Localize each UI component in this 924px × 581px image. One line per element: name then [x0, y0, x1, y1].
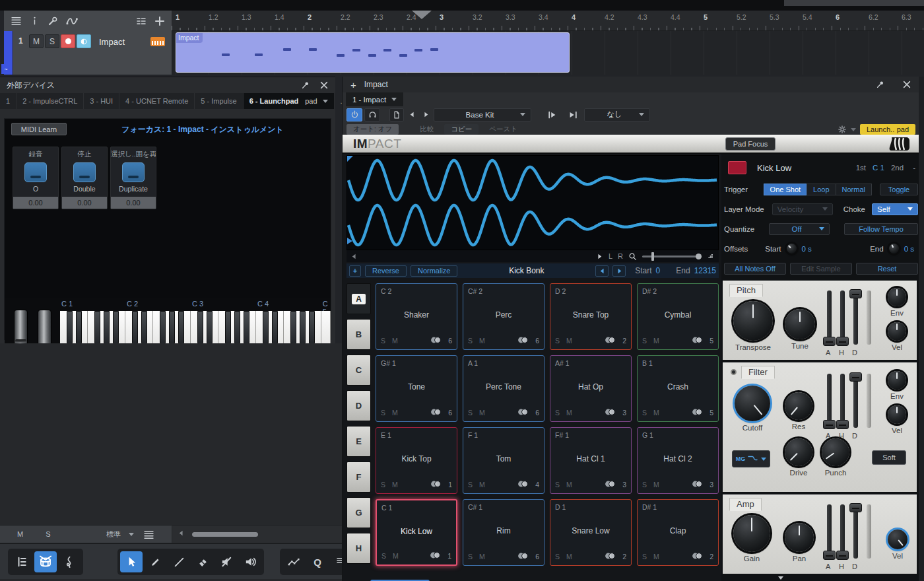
- transfer-in-button[interactable]: [543, 108, 562, 121]
- quantize-tool[interactable]: Q: [306, 551, 329, 572]
- next-sample-button[interactable]: [612, 265, 626, 277]
- zoom-slider[interactable]: [642, 256, 702, 257]
- automation-mode-chip[interactable]: オート: オフ: [346, 124, 399, 135]
- filter-env-knob[interactable]: Env: [888, 371, 906, 400]
- pad-mute[interactable]: M: [653, 337, 659, 345]
- bank-button-b[interactable]: B: [346, 319, 371, 350]
- pad-mute[interactable]: M: [392, 481, 398, 489]
- pad-tom[interactable]: F 1 Tom SM 4: [463, 427, 544, 494]
- mute-button[interactable]: M: [29, 34, 44, 48]
- black-key[interactable]: [225, 311, 231, 344]
- bank-button-g[interactable]: G: [346, 497, 371, 528]
- black-key[interactable]: [132, 311, 138, 344]
- widget-pad-button[interactable]: [24, 162, 47, 182]
- pad-solo[interactable]: S: [555, 337, 560, 345]
- pad-link-icon[interactable]: [517, 408, 529, 417]
- footer-mute[interactable]: M: [17, 530, 23, 538]
- scroll-left-icon[interactable]: [178, 530, 185, 537]
- pad-solo[interactable]: S: [642, 409, 647, 417]
- device-tab[interactable]: 4 - UCNET Remote: [119, 93, 195, 109]
- black-key[interactable]: [272, 311, 278, 344]
- pad-mute[interactable]: M: [566, 481, 572, 489]
- compare-button[interactable]: 比較: [413, 124, 440, 135]
- gear-icon[interactable]: [838, 125, 847, 134]
- waveform-display[interactable]: [346, 155, 719, 250]
- prev-preset-button[interactable]: [406, 108, 418, 121]
- black-key[interactable]: [263, 311, 269, 344]
- edit-sample-button[interactable]: Edit Sample: [790, 263, 852, 275]
- channel-right-label[interactable]: R: [618, 252, 623, 260]
- resize-grip-icon[interactable]: [707, 252, 715, 260]
- filter-enable-radio[interactable]: [731, 369, 737, 375]
- pad-solo[interactable]: S: [642, 553, 647, 561]
- pan-knob[interactable]: Pan: [785, 523, 814, 563]
- device-control-widget[interactable]: 停止 Double 0.00: [61, 147, 108, 209]
- drum-tool[interactable]: [34, 551, 57, 572]
- pad-mute[interactable]: M: [479, 337, 485, 345]
- paste-button[interactable]: ペースト: [482, 124, 524, 135]
- pad-link-icon[interactable]: [430, 408, 442, 417]
- pitch-env-knob[interactable]: Env: [888, 288, 906, 317]
- soft-clip-button[interactable]: Soft: [872, 450, 906, 465]
- controller-badge[interactable]: Launch.. pad: [860, 124, 915, 135]
- black-key[interactable]: [234, 311, 240, 344]
- record-arm-button[interactable]: [61, 34, 75, 48]
- black-key[interactable]: [244, 311, 249, 344]
- pad-link-icon[interactable]: [604, 336, 616, 345]
- pad-hat-op[interactable]: A# 1 Hat Op SM 3: [550, 355, 632, 422]
- pad-shaker[interactable]: C 2 Shaker SM 6: [376, 283, 457, 350]
- line-tool[interactable]: [168, 551, 190, 572]
- slider-d[interactable]: [853, 374, 858, 428]
- black-key[interactable]: [94, 311, 100, 344]
- pad-perc[interactable]: C# 2 Perc SM 6: [463, 283, 544, 350]
- pad-mute[interactable]: M: [479, 481, 485, 489]
- zoom-icon[interactable]: [628, 252, 637, 261]
- transform-tool[interactable]: [282, 551, 305, 572]
- resonance-knob[interactable]: Res: [785, 392, 812, 430]
- copy-button[interactable]: コピー: [444, 124, 478, 135]
- all-notes-off-button[interactable]: All Notes Off: [724, 263, 786, 275]
- device-tab-active[interactable]: 6 - Launchpadpad: [244, 93, 335, 109]
- window-scrollbar[interactable]: [919, 77, 924, 581]
- pad-solo[interactable]: S: [555, 553, 560, 561]
- reset-button[interactable]: Reset: [856, 263, 918, 275]
- black-key[interactable]: [300, 311, 306, 344]
- transfer-out-button[interactable]: [564, 108, 582, 121]
- pad-solo[interactable]: S: [468, 409, 473, 417]
- pad-kick-low[interactable]: C 1 Kick Low SM 1: [376, 499, 457, 566]
- end-value[interactable]: 12315: [694, 266, 716, 275]
- pad-mute[interactable]: M: [653, 409, 659, 417]
- pad-snare-top[interactable]: D 2 Snare Top SM 2: [550, 283, 632, 350]
- pad-kick-top[interactable]: E 1 Kick Top SM 1: [376, 427, 457, 494]
- device-tab[interactable]: 5 - Impulse: [195, 93, 243, 109]
- slider-h[interactable]: [840, 504, 845, 559]
- pad-link-icon[interactable]: [691, 408, 703, 417]
- cutoff-knob[interactable]: Cutoff: [735, 386, 770, 432]
- pad-mute[interactable]: M: [566, 409, 572, 417]
- amp-vel-knob[interactable]: Vel: [888, 530, 908, 560]
- add-sample-button[interactable]: +: [349, 265, 361, 277]
- prev-sample-button[interactable]: [595, 265, 609, 277]
- trigger-option-loop[interactable]: Loop: [807, 184, 836, 195]
- preset-selector[interactable]: Base Kit: [434, 108, 531, 121]
- transpose-knob[interactable]: Transpose: [733, 301, 773, 351]
- pad-link-icon[interactable]: [430, 480, 442, 489]
- pad-hat-cl-2[interactable]: G 1 Hat Cl 2 SM 3: [637, 427, 719, 494]
- pad-perc-tone[interactable]: A 1 Perc Tone SM 6: [463, 355, 544, 422]
- pad-link-icon[interactable]: [604, 480, 616, 489]
- choke-select[interactable]: Self: [872, 203, 918, 215]
- start-value[interactable]: 0: [656, 266, 661, 275]
- pad-mute[interactable]: M: [393, 552, 399, 560]
- slider-a[interactable]: [827, 290, 832, 345]
- pad-link-icon[interactable]: [604, 552, 616, 561]
- reverse-button[interactable]: Reverse: [365, 265, 407, 277]
- bank-button-c[interactable]: C: [346, 355, 371, 386]
- offset-start-knob[interactable]: [787, 244, 797, 254]
- trigger-option-one-shot[interactable]: One Shot: [764, 184, 807, 195]
- black-key[interactable]: [141, 311, 147, 344]
- pad-link-icon[interactable]: [691, 552, 703, 561]
- pad-solo[interactable]: S: [381, 552, 386, 560]
- slider-h[interactable]: [840, 374, 845, 428]
- preset-file-button[interactable]: [389, 108, 404, 121]
- slider-d[interactable]: [853, 290, 858, 345]
